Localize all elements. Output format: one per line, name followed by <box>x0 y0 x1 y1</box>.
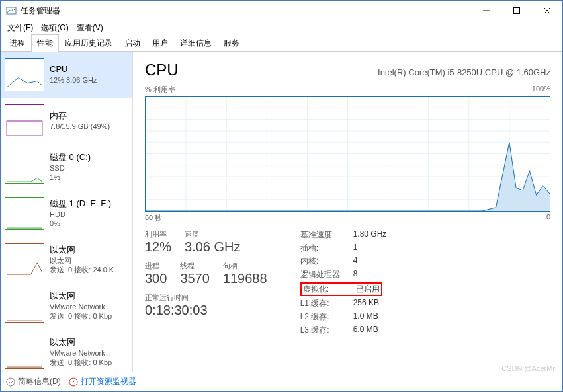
spec-row: 基准速度:1.80 GHz <box>300 229 387 241</box>
window-title: 任务管理器 <box>21 5 471 17</box>
proc-value: 300 <box>145 271 167 286</box>
svg-rect-5 <box>7 121 42 136</box>
watermark: CSDN @AcerMr <box>501 364 555 372</box>
svg-rect-2 <box>514 8 520 14</box>
tabbar: 进程 性能 应用历史记录 启动 用户 详细信息 服务 <box>1 35 562 52</box>
chart-y-max: 100% <box>532 85 550 95</box>
sidebar-item-6[interactable]: 以太网VMware Network ...发送: 0 接收: 0 Kbp <box>1 329 132 372</box>
cpu-chart[interactable] <box>145 96 550 212</box>
tab-services[interactable]: 服务 <box>218 34 245 52</box>
page-title: CPU <box>145 61 179 79</box>
svg-point-24 <box>7 378 15 386</box>
sidebar: CPU12% 3.06 GHz内存7.8/15.9 GB (49%)磁盘 0 (… <box>1 52 133 372</box>
chart-x-right: 0 <box>546 213 550 223</box>
open-resmon-link[interactable]: 打开资源监视器 <box>69 376 136 387</box>
brief-info-button[interactable]: 简略信息(D) <box>6 376 61 387</box>
spec-row: 逻辑处理器:8 <box>300 269 387 280</box>
menubar: 文件(F) 选项(O) 查看(V) <box>1 20 562 35</box>
tab-processes[interactable]: 进程 <box>3 34 31 52</box>
bottombar: 简略信息(D) 打开资源监视器 <box>1 372 562 391</box>
sidebar-item-0[interactable]: CPU12% 3.06 GHz <box>1 52 132 98</box>
sidebar-item-1[interactable]: 内存7.8/15.9 GB (49%) <box>1 98 132 144</box>
spec-table: 基准速度:1.80 GHz插槽:1内核:4逻辑处理器:8虚拟化:已启用L1 缓存… <box>300 229 387 338</box>
speed-label: 速度 <box>185 229 240 239</box>
resmon-icon <box>69 377 78 387</box>
chart-y-label: % 利用率 <box>145 85 175 95</box>
main-panel: CPU Intel(R) Core(TM) i5-8250U CPU @ 1.6… <box>133 52 562 372</box>
svg-rect-0 <box>7 7 16 14</box>
close-button[interactable] <box>532 1 562 20</box>
minimize-button[interactable] <box>471 1 501 20</box>
spec-row: L2 缓存:1.0 MB <box>300 311 387 323</box>
thread-value: 3570 <box>180 271 210 286</box>
util-value: 12% <box>145 239 171 255</box>
menu-options[interactable]: 选项(O) <box>37 21 72 35</box>
spec-row: 内核:4 <box>300 256 387 267</box>
tab-performance[interactable]: 性能 <box>31 34 59 52</box>
spec-row: L1 缓存:256 KB <box>300 298 387 309</box>
tab-details[interactable]: 详细信息 <box>174 34 218 52</box>
spec-row: 虚拟化:已启用 <box>300 282 387 296</box>
sidebar-item-2[interactable]: 磁盘 0 (C:)SSD1% <box>1 144 132 190</box>
proc-label: 进程 <box>145 261 167 271</box>
menu-view[interactable]: 查看(V) <box>73 21 107 35</box>
sidebar-item-3[interactable]: 磁盘 1 (D: E: F:)HDD0% <box>1 190 132 237</box>
maximize-button[interactable] <box>501 1 532 20</box>
sidebar-item-5[interactable]: 以太网VMware Network ...发送: 0 接收: 0 Kbp <box>1 283 132 329</box>
sidebar-item-4[interactable]: 以太网以太网发送: 0 接收: 24.0 K <box>1 237 132 283</box>
menu-file[interactable]: 文件(F) <box>3 21 37 35</box>
handle-value: 119688 <box>223 271 267 286</box>
spec-row: 插槽:1 <box>300 243 387 254</box>
util-label: 利用率 <box>145 229 171 239</box>
tab-startup[interactable]: 启动 <box>118 34 146 52</box>
titlebar: 任务管理器 <box>1 1 562 20</box>
spec-row: L3 缓存:6.0 MB <box>300 325 387 336</box>
svg-line-26 <box>73 380 75 382</box>
uptime-value: 0:18:30:03 <box>145 303 267 318</box>
app-icon <box>6 5 17 16</box>
speed-value: 3.06 GHz <box>185 239 240 255</box>
chevron-down-icon <box>6 377 15 387</box>
window-controls <box>471 1 562 20</box>
tab-app-history[interactable]: 应用历史记录 <box>59 34 118 52</box>
uptime-label: 正常运行时间 <box>145 293 267 303</box>
chart-x-left: 60 秒 <box>145 213 162 223</box>
tab-users[interactable]: 用户 <box>146 34 174 52</box>
thread-label: 线程 <box>180 261 210 271</box>
handle-label: 句柄 <box>223 261 267 271</box>
cpu-model: Intel(R) Core(TM) i5-8250U CPU @ 1.60GHz <box>378 67 550 77</box>
